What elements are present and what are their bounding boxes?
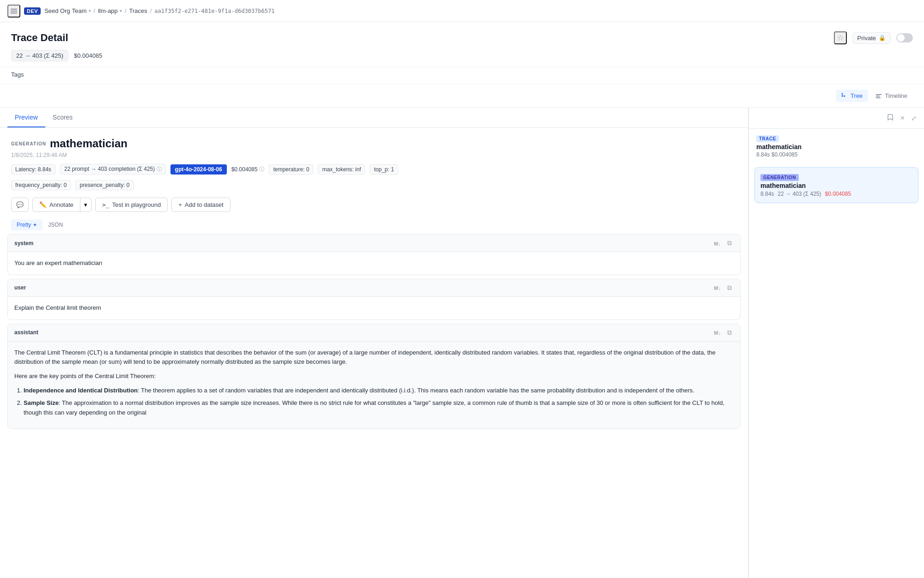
generation-label: GENERATION (11, 141, 46, 146)
model-chip: gpt-4o-2024-08-06 (170, 164, 227, 175)
cost-chip: $0.004085 ⓘ (231, 166, 265, 173)
message-body-user: Explain the Central limit theorem (8, 297, 740, 319)
env-badge: DEV (24, 7, 41, 15)
timeline-view-button[interactable]: Timeline (870, 90, 913, 102)
presence-penalty-chip: presence_penalty: 0 (75, 180, 134, 190)
cost-info-icon[interactable]: ⓘ (259, 166, 264, 173)
right-panel: × ⤢ TRACE mathematician 8.84s $0.004085 … (748, 108, 924, 578)
assistant-list-item-2: Sample Size: The approximation to a norm… (24, 398, 734, 418)
max-tokens-chip: max_tokens: inf (318, 164, 365, 175)
main-layout: Preview Scores GENERATION mathematician … (0, 108, 924, 578)
traces-link[interactable]: Traces (129, 7, 147, 14)
message-header-user: user M↓ ⧉ (8, 279, 740, 297)
page-header-right: ☆ Private 🔒 (834, 31, 913, 44)
message-block-user: user M↓ ⧉ Explain the Central limit theo… (7, 279, 741, 320)
star-button[interactable]: ☆ (834, 31, 847, 44)
message-role-system: system (14, 240, 33, 247)
generation-name: mathematician (50, 137, 128, 150)
close-icon: × (900, 114, 905, 122)
bookmark-btn[interactable] (885, 112, 896, 125)
page-title: Trace Detail (11, 32, 68, 44)
assistant-list: Independence and Identical Distribution:… (14, 386, 734, 417)
test-playground-button[interactable]: >_ Test in playground (95, 198, 168, 212)
markdown-icon-assistant: M↓ (714, 330, 721, 336)
message-actions-system: M↓ ⧉ (712, 238, 734, 248)
assistant-para-1: The Central Limit Theorem (CLT) is a fun… (14, 348, 734, 367)
system-markdown-btn[interactable]: M↓ (712, 238, 723, 248)
tags-label: Tags (11, 71, 24, 78)
trace-name: mathematician (756, 143, 917, 151)
team-dropdown-arrow[interactable]: ▾ (89, 8, 91, 13)
add-dataset-button[interactable]: + Add to dataset (171, 198, 230, 212)
tokens-info-icon[interactable]: ⓘ (157, 166, 162, 172)
tokens-chip: 22 prompt → 403 completion (Σ 425) ⓘ (60, 164, 166, 175)
generation-type-label: GENERATION mathematician (11, 137, 737, 150)
svg-rect-0 (11, 9, 17, 10)
message-header-system: system M↓ ⧉ (8, 235, 740, 252)
test-playground-label: Test in playground (112, 201, 161, 208)
annotate-label: Annotate (49, 201, 73, 208)
annotate-icon: ✏️ (39, 201, 47, 208)
assistant-list-item-1: Independence and Identical Distribution:… (24, 386, 734, 396)
trace-id: aa1f35f2-e271-481e-9f1a-d6d3037b6571 (154, 8, 274, 14)
token-badge: 22 → 403 (Σ 425) (11, 50, 68, 61)
lock-icon: 🔒 (879, 35, 886, 41)
right-panel-header: × ⤢ (749, 108, 924, 129)
format-tabs: Pretty ✦ JSON (0, 219, 748, 234)
frequency-penalty-chip: frequency_penalty: 0 (11, 180, 71, 190)
expand-btn[interactable]: ⤢ (909, 112, 918, 124)
annotate-button[interactable]: ✏️ Annotate (32, 198, 80, 212)
assistant-para-2: Here are the key points of the Central L… (14, 372, 734, 381)
system-copy-btn[interactable]: ⧉ (725, 238, 734, 248)
tree-view-label: Tree (851, 92, 863, 99)
tree-view-button[interactable]: Tree (836, 90, 868, 102)
close-btn[interactable]: × (899, 112, 906, 124)
latency-chip: Latency: 8.84s (11, 164, 55, 175)
user-markdown-btn[interactable]: M↓ (712, 283, 723, 293)
add-icon: + (178, 201, 182, 208)
left-panel: Preview Scores GENERATION mathematician … (0, 108, 748, 578)
message-actions-assistant: M↓ ⧉ (712, 328, 734, 337)
svg-rect-9 (876, 96, 880, 96)
generation-item-name: mathematician (760, 182, 912, 189)
params-row: frequency_penalty: 0 presence_penalty: 0 (0, 180, 748, 198)
app-link[interactable]: llm-app ▾ (98, 7, 122, 14)
tab-scores[interactable]: Scores (45, 108, 80, 127)
comment-button[interactable]: 💬 (11, 198, 29, 212)
breadcrumb-sep-2: / (125, 7, 127, 14)
tags-row: Tags (0, 67, 924, 84)
pretty-label: Pretty (17, 222, 31, 228)
markdown-icon: M↓ (714, 241, 721, 247)
gen-tokens: 22 → 403 (Σ 425) (778, 191, 821, 197)
trace-meta: 8.84s $0.004085 (756, 151, 917, 158)
sparkle-icon: ✦ (33, 222, 37, 228)
gen-cost: $0.004085 (825, 191, 851, 197)
svg-rect-2 (11, 12, 17, 13)
sidebar-toggle[interactable] (7, 5, 20, 18)
message-body-system: You are an expert mathematician (8, 252, 740, 275)
trace-item: TRACE mathematician 8.84s $0.004085 (749, 129, 924, 163)
generation-badge: GENERATION (760, 174, 799, 181)
svg-rect-8 (876, 94, 881, 95)
info-row: Latency: 8.84s 22 prompt → 403 completio… (0, 164, 748, 180)
assistant-markdown-btn[interactable]: M↓ (712, 328, 723, 337)
generation-tree-item[interactable]: GENERATION mathematician 8.84s 22 → 403 … (754, 167, 918, 203)
preview-tabs: Preview Scores (0, 108, 748, 128)
assistant-copy-btn[interactable]: ⧉ (725, 328, 734, 337)
user-copy-btn[interactable]: ⧉ (725, 283, 734, 293)
message-block-system: system M↓ ⧉ You are an expert mathematic… (7, 234, 741, 275)
breadcrumb: Seed Org Team ▾ / llm-app ▾ / Traces / a… (44, 7, 274, 14)
format-tab-pretty[interactable]: Pretty ✦ (11, 219, 43, 230)
format-tab-json[interactable]: JSON (43, 219, 68, 230)
tab-preview[interactable]: Preview (7, 108, 45, 127)
add-dataset-label: Add to dataset (185, 201, 224, 208)
org-team[interactable]: Seed Org Team ▾ (44, 7, 91, 14)
markdown-icon-user: M↓ (714, 285, 721, 291)
private-toggle[interactable] (896, 33, 913, 42)
annotate-dropdown-button[interactable]: ▾ (80, 198, 91, 212)
copy-icon-assistant: ⧉ (727, 329, 732, 336)
app-dropdown-arrow[interactable]: ▾ (120, 8, 122, 13)
top-nav: DEV Seed Org Team ▾ / llm-app ▾ / Traces… (0, 0, 924, 22)
message-block-assistant: assistant M↓ ⧉ The Central Limit Theorem… (7, 324, 741, 429)
generation-header: GENERATION mathematician 1/8/2025, 11:29… (0, 128, 748, 164)
